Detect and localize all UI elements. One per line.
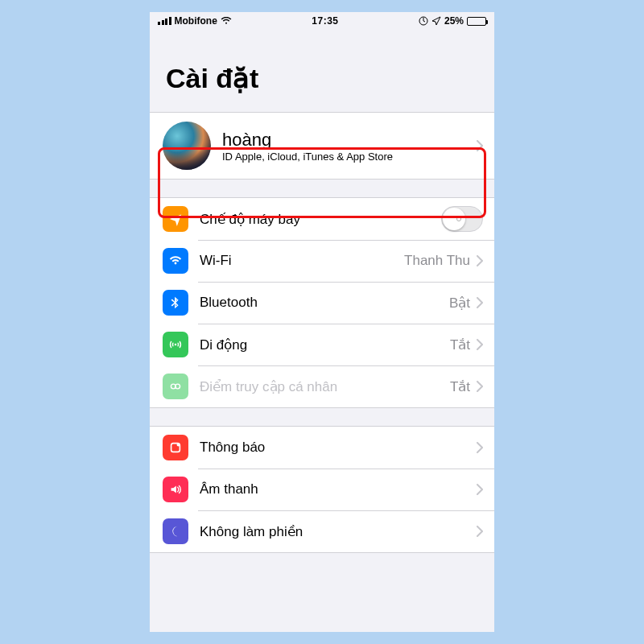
carrier-label: Mobifone	[175, 15, 217, 27]
wifi-row[interactable]: Wi-Fi Thanh Thu	[150, 240, 494, 282]
connectivity-group: Chế độ máy bay Wi-Fi Thanh Thu Bluetooth…	[150, 197, 494, 408]
dnd-row[interactable]: Không làm phiền	[150, 510, 494, 552]
cellular-value: Tắt	[450, 336, 470, 353]
svg-point-5	[177, 443, 180, 446]
cellular-row[interactable]: Di động Tắt	[150, 324, 494, 365]
sounds-icon	[163, 477, 188, 502]
airplane-mode-row[interactable]: Chế độ máy bay	[150, 198, 494, 240]
chevron-right-icon	[477, 442, 483, 453]
notifications-row[interactable]: Thông báo	[150, 427, 494, 469]
battery-pct: 25%	[444, 15, 464, 27]
cellular-icon	[163, 332, 188, 357]
airplane-label: Chế độ máy bay	[200, 211, 441, 228]
chevron-right-icon	[477, 255, 483, 266]
airplane-icon	[163, 206, 188, 232]
bluetooth-value: Bật	[449, 295, 470, 312]
battery-icon	[467, 17, 486, 26]
wifi-label: Wi-Fi	[200, 253, 404, 269]
hotspot-row[interactable]: Điểm truy cập cá nhân Tắt	[150, 365, 494, 407]
hotspot-value: Tắt	[450, 378, 470, 395]
signal-icon	[158, 17, 171, 25]
wifi-value: Thanh Thu	[404, 253, 470, 269]
sounds-label: Âm thanh	[200, 481, 477, 497]
profile-group: hoàng ID Apple, iCloud, iTunes & App Sto…	[150, 112, 494, 180]
notifications-group: Thông báo Âm thanh Không làm phiền	[150, 426, 494, 553]
hotspot-label: Điểm truy cập cá nhân	[200, 378, 450, 395]
chevron-right-icon	[477, 339, 483, 350]
hotspot-icon	[163, 374, 188, 399]
notifications-icon	[163, 435, 188, 460]
chevron-right-icon	[477, 297, 483, 308]
sounds-row[interactable]: Âm thanh	[150, 469, 494, 510]
dnd-icon	[163, 518, 188, 544]
bluetooth-row[interactable]: Bluetooth Bật	[150, 282, 494, 324]
bluetooth-icon	[163, 290, 188, 316]
profile-name: hoàng	[222, 130, 477, 151]
status-left: Mobifone	[158, 15, 232, 27]
wifi-settings-icon	[163, 248, 188, 274]
dnd-label: Không làm phiền	[200, 523, 477, 540]
clock: 17:35	[312, 15, 338, 27]
avatar	[163, 122, 211, 170]
status-right: 25%	[419, 15, 486, 27]
page-title: Cài đặt	[150, 30, 494, 104]
chevron-right-icon	[477, 484, 483, 495]
svg-point-1	[175, 344, 177, 346]
airplane-toggle[interactable]	[441, 206, 483, 232]
compass-icon	[419, 16, 428, 26]
profile-subtitle: ID Apple, iCloud, iTunes & App Store	[222, 151, 477, 163]
settings-screen: Mobifone 17:35 25% Cài đặt hoàng ID Appl…	[150, 12, 494, 632]
chevron-right-icon	[477, 526, 483, 537]
chevron-right-icon	[477, 140, 483, 151]
apple-id-row[interactable]: hoàng ID Apple, iCloud, iTunes & App Sto…	[150, 113, 494, 179]
bluetooth-label: Bluetooth	[200, 295, 449, 311]
notifications-label: Thông báo	[200, 440, 477, 456]
location-icon	[431, 16, 441, 26]
cellular-label: Di động	[200, 336, 450, 353]
status-bar: Mobifone 17:35 25%	[150, 12, 494, 30]
chevron-right-icon	[477, 381, 483, 392]
wifi-icon	[221, 17, 232, 25]
